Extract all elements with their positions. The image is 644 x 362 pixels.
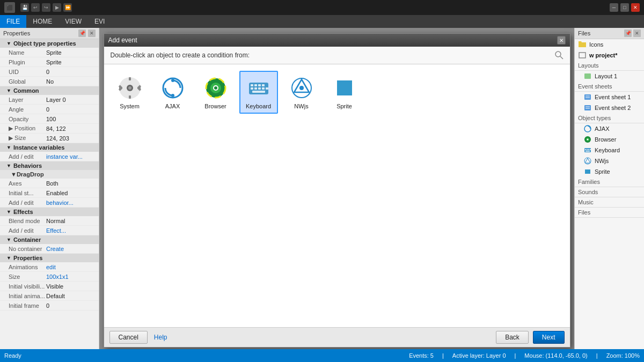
prop-no-container[interactable]: No container Create <box>0 244 99 254</box>
section-properties[interactable]: ▼ Properties <box>0 254 99 262</box>
right-section-events: Event sheets <box>575 82 644 92</box>
object-tile-browser[interactable]: Browser <box>196 71 235 114</box>
right-item-eventsheet1[interactable]: Event sheet 1 <box>575 92 644 102</box>
properties-title: Properties <box>3 30 30 36</box>
object-tile-nwjs[interactable]: NWjs <box>282 71 321 114</box>
prop-effects-add[interactable]: Add / edit Effect... <box>0 226 99 235</box>
right-section-sounds: Sounds <box>575 187 644 197</box>
svg-rect-26 <box>251 87 253 90</box>
menu-file[interactable]: FILE <box>0 15 26 28</box>
add-event-modal: Add event ✕ Double-click an object to cr… <box>104 33 570 348</box>
right-panel-header: Files 📌 ✕ <box>575 28 644 39</box>
status-separator-2: | <box>515 352 516 359</box>
section-instance-vars[interactable]: ▼ Instance variables <box>0 143 99 152</box>
object-tile-system[interactable]: System <box>111 71 149 114</box>
svg-rect-49 <box>585 149 586 150</box>
svg-point-15 <box>171 94 174 97</box>
menu-home[interactable]: HOME <box>26 15 58 28</box>
svg-point-34 <box>299 86 304 90</box>
section-object-type[interactable]: ▼ Object type properties <box>0 39 99 48</box>
svg-rect-30 <box>266 87 268 90</box>
right-item-layout1[interactable]: Layout 1 <box>575 71 644 82</box>
toolbar-btn-3[interactable]: ↪ <box>42 3 50 12</box>
svg-rect-28 <box>258 87 261 90</box>
right-panel-title: Files <box>578 30 590 36</box>
right-item-browser[interactable]: Browser <box>575 134 644 145</box>
toolbar-btn-1[interactable]: 💾 <box>20 3 29 12</box>
search-icon <box>555 51 564 60</box>
right-item-nwjs[interactable]: NWjs <box>575 156 644 166</box>
minimize-btn[interactable]: ─ <box>610 3 618 12</box>
toolbar-btn-2[interactable]: ↩ <box>31 3 40 12</box>
right-panel: Files 📌 ✕ Icons w project* <box>574 28 644 349</box>
subsection-dragdrop[interactable]: ▼ DragDrop <box>0 170 99 179</box>
object-tile-keyboard[interactable]: Keyboard <box>239 71 278 114</box>
prop-initial-visibility: Initial visibili... Visible <box>0 282 99 291</box>
ajax-label: AJAX <box>165 103 180 109</box>
right-item-ajax[interactable]: AJAX <box>575 123 644 134</box>
object-tile-ajax[interactable]: AJAX <box>153 71 192 114</box>
folder-icon <box>578 40 587 49</box>
modal-footer: Cancel Help Back Next <box>104 327 570 347</box>
modal-titlebar: Add event ✕ <box>104 34 570 47</box>
right-item-sprite[interactable]: Sprite <box>575 166 644 177</box>
menu-view[interactable]: VIEW <box>58 15 88 28</box>
system-label: System <box>120 103 140 109</box>
modal-objects-grid: System AJAX <box>104 64 570 327</box>
help-button[interactable]: Help <box>152 331 170 344</box>
section-common[interactable]: ▼ Common <box>0 86 99 95</box>
sprite-icon <box>332 75 357 101</box>
maximize-btn[interactable]: □ <box>620 3 629 12</box>
svg-rect-37 <box>584 73 591 79</box>
nwjs-icon <box>289 75 314 101</box>
svg-point-44 <box>584 125 591 132</box>
nwjs-small-icon <box>583 157 592 165</box>
modal-close-button[interactable]: ✕ <box>557 36 566 45</box>
cancel-button[interactable]: Cancel <box>109 331 148 344</box>
toolbar-buttons: 💾 ↩ ↪ ▶ ⏩ <box>20 3 72 12</box>
right-item-icons[interactable]: Icons <box>575 39 644 50</box>
section-behaviors[interactable]: ▼ Behaviors <box>0 161 99 170</box>
prop-name: Name Sprite <box>0 48 99 57</box>
app-icon: ⬛ <box>4 2 15 13</box>
svg-point-47 <box>587 139 589 141</box>
svg-line-1 <box>560 56 563 59</box>
panel-close-btn[interactable]: ✕ <box>88 29 96 37</box>
right-section-music: Music <box>575 197 644 208</box>
right-panel-close-btn[interactable]: ✕ <box>633 29 641 37</box>
svg-rect-22 <box>251 84 253 86</box>
prop-sprite-size[interactable]: Size 100x1x1 <box>0 272 99 282</box>
next-button[interactable]: Next <box>533 331 565 344</box>
ajax-small-icon <box>583 124 592 133</box>
right-item-project[interactable]: w project* <box>575 50 644 61</box>
prop-initial-animation: Initial anima... Default <box>0 291 99 301</box>
back-button[interactable]: Back <box>496 331 529 344</box>
modal-footer-right: Back Next <box>496 331 564 344</box>
prop-position[interactable]: ▶ Position 84, 122 <box>0 124 99 134</box>
svg-rect-29 <box>262 87 265 90</box>
status-ready: Ready <box>4 352 21 359</box>
object-tile-sprite[interactable]: Sprite <box>325 71 364 114</box>
right-item-eventsheet2[interactable]: Event sheet 2 <box>575 102 644 113</box>
toolbar-btn-4[interactable]: ▶ <box>53 3 61 12</box>
toolbar-btn-5[interactable]: ⏩ <box>63 3 72 12</box>
panel-pin-btn[interactable]: 📌 <box>78 29 86 37</box>
svg-marker-55 <box>585 158 590 163</box>
prop-instance-add[interactable]: Add / edit instance var... <box>0 152 99 161</box>
svg-rect-24 <box>258 84 261 86</box>
menu-evi[interactable]: EVI <box>88 15 111 28</box>
section-effects[interactable]: ▼ Effects <box>0 208 99 216</box>
svg-rect-50 <box>587 149 588 150</box>
close-btn[interactable]: ✕ <box>631 3 640 12</box>
section-common-label: Common <box>13 87 39 94</box>
section-container[interactable]: ▼ Container <box>0 235 99 244</box>
prop-behaviors-add[interactable]: Add / edit behavior... <box>0 198 99 208</box>
status-zoom: Zoom: 100% <box>606 352 640 359</box>
panel-header-actions: 📌 ✕ <box>78 29 96 37</box>
prop-animations[interactable]: Animations edit <box>0 262 99 272</box>
right-panel-pin-btn[interactable]: 📌 <box>624 29 632 37</box>
right-item-keyboard[interactable]: Keyboard <box>575 145 644 156</box>
prop-size[interactable]: ▶ Size 124, 203 <box>0 134 99 143</box>
svg-rect-52 <box>590 149 591 150</box>
properties-panel: Properties 📌 ✕ ▼ Object type properties … <box>0 28 99 349</box>
